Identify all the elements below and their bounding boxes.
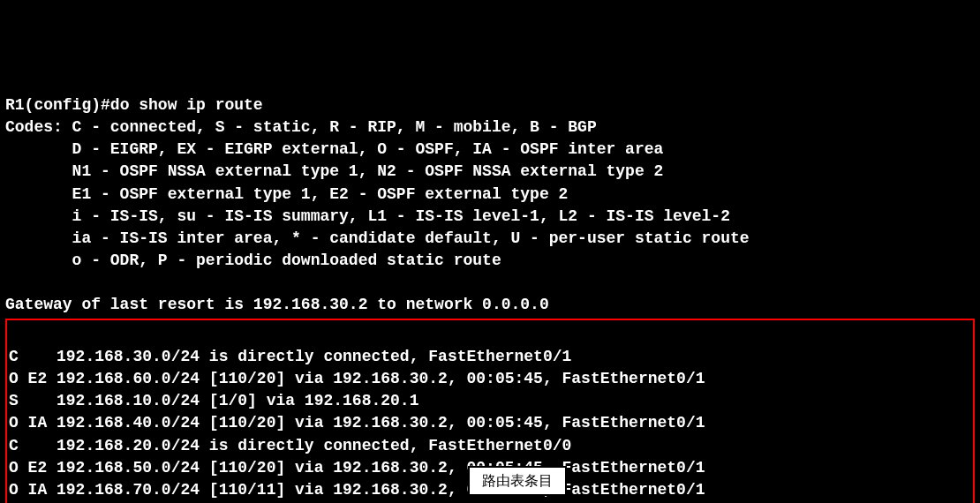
codes-line: o - ODR, P - periodic downloaded static … [5,252,501,269]
route-entry: C 192.168.20.0/24 is directly connected,… [9,437,571,454]
codes-line: N1 - OSPF NSSA external type 1, N2 - OSP… [5,162,663,180]
route-entry: C 192.168.30.0/24 is directly connected,… [9,348,571,365]
command-text: do show ip route [110,96,263,114]
route-entry: O IA 192.168.70.0/24 [110/11] via 192.16… [9,481,705,499]
codes-line: D - EIGRP, EX - EIGRP external, O - OSPF… [5,140,663,158]
prompt: R1(config)# [5,96,110,114]
codes-line: Codes: C - connected, S - static, R - RI… [5,118,597,136]
codes-line: i - IS-IS, su - IS-IS summary, L1 - IS-I… [5,207,730,225]
route-entry: O E2 192.168.50.0/24 [110/20] via 192.16… [9,459,705,477]
route-entry: O IA 192.168.40.0/24 [110/20] via 192.16… [9,414,705,432]
route-entry: S 192.168.10.0/24 [1/0] via 192.168.20.1 [9,392,418,409]
codes-line: ia - IS-IS inter area, * - candidate def… [5,229,750,247]
route-entry: O E2 192.168.60.0/24 [110/20] via 192.16… [9,370,705,387]
codes-line: E1 - OSPF external type 1, E2 - OSPF ext… [5,185,568,203]
annotation-label: 路由表条目 [468,466,567,496]
gateway-line: Gateway of last resort is 192.168.30.2 t… [5,296,549,313]
terminal-output[interactable]: R1(config)#do show ip route Codes: C - c… [4,93,976,503]
